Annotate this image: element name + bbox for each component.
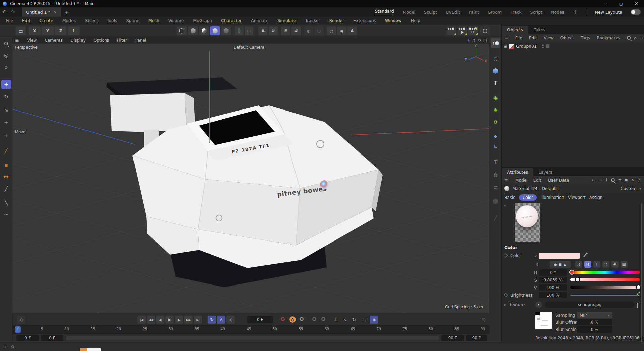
- stamp-tool[interactable]: ▪: [1, 161, 11, 169]
- prev-key-button[interactable]: ◀◀: [147, 316, 155, 324]
- spline-pen-tool[interactable]: ~: [1, 210, 11, 218]
- blur-scale-field[interactable]: 0 %: [577, 326, 612, 333]
- mtab-color[interactable]: Color: [519, 194, 537, 201]
- brightness-value-field[interactable]: 100 %: [539, 292, 567, 298]
- loop-toggle-button[interactable]: ↻: [208, 316, 216, 324]
- axis-modify-tool[interactable]: +: [1, 118, 11, 127]
- mtab-basic[interactable]: Basic: [504, 195, 515, 200]
- menu-modes[interactable]: Modes: [62, 18, 76, 23]
- attr-menu-userdata[interactable]: User Data: [548, 178, 569, 183]
- cube-primitive-button[interactable]: [491, 67, 500, 75]
- attr-menu-mode[interactable]: Mode: [515, 178, 527, 183]
- texture-folder-icon[interactable]: [637, 303, 638, 308]
- record-pla-button[interactable]: ◈: [370, 316, 378, 324]
- home-icon[interactable]: ⌂: [634, 35, 637, 40]
- obj-menu-view[interactable]: View: [544, 35, 554, 40]
- scale-tool[interactable]: ↘: [1, 105, 11, 114]
- goto-end-button[interactable]: ▶|: [194, 316, 202, 324]
- object-tree[interactable]: ⊞ Group001: [502, 42, 644, 167]
- viewport-menu-icon[interactable]: ≡: [15, 38, 19, 43]
- material-preview[interactable]: P2 1B7A TF1: [515, 203, 540, 242]
- key-filter-b-button[interactable]: [321, 317, 325, 321]
- current-frame-field[interactable]: 0 F: [247, 316, 273, 323]
- layout-tab-standard[interactable]: Standard: [375, 9, 394, 15]
- simulation-button[interactable]: ⚙: [491, 118, 500, 126]
- channel-t-button[interactable]: T: [593, 261, 600, 268]
- autokey-button[interactable]: A: [289, 316, 296, 323]
- sampling-dropdown[interactable]: MIP ▾: [577, 312, 612, 318]
- eyedropper-icon[interactable]: [583, 252, 588, 258]
- menu-create[interactable]: Create: [39, 18, 53, 23]
- vp-menu-cameras[interactable]: Cameras: [45, 38, 62, 43]
- tree-row-group001[interactable]: ⊞ Group001: [504, 44, 549, 49]
- make-editable-button[interactable]: [177, 26, 187, 35]
- menu-volume[interactable]: Volume: [168, 18, 184, 23]
- quantize-button[interactable]: #: [291, 26, 301, 35]
- menu-window[interactable]: Window: [385, 18, 401, 23]
- close-button[interactable]: ×: [629, 0, 644, 7]
- v-value-field[interactable]: 100 %: [539, 284, 567, 291]
- visibility-dots[interactable]: [542, 44, 544, 48]
- sphere-generator-button[interactable]: ◉: [491, 93, 500, 102]
- snap-toggle-a-button[interactable]: ◐: [304, 26, 313, 35]
- layout-tab-track[interactable]: Track: [511, 10, 522, 15]
- mtab-viewport[interactable]: Viewport: [568, 195, 586, 200]
- channel-r-button[interactable]: R: [575, 261, 582, 268]
- snap-settings-tool[interactable]: ⚙: [1, 63, 11, 72]
- menu-extensions[interactable]: Extensions: [353, 18, 376, 23]
- layout-tab-uvedit[interactable]: UVEdit: [446, 10, 460, 15]
- scrollbar-thumb[interactable]: [641, 203, 642, 344]
- menu-file[interactable]: File: [6, 18, 13, 23]
- saturation-slider[interactable]: [570, 278, 640, 281]
- refresh-icon[interactable]: ↻: [631, 178, 635, 182]
- status-menu-icon[interactable]: ≡: [3, 344, 6, 349]
- value-slider[interactable]: [570, 286, 640, 289]
- key-filter-a-button[interactable]: [312, 317, 316, 321]
- rotate-tool[interactable]: ↻: [1, 93, 11, 101]
- layout-tab-groom[interactable]: Groom: [488, 10, 502, 15]
- coordinate-system-button[interactable]: ↑: [68, 26, 80, 35]
- edit-hexagon-button[interactable]: [491, 197, 500, 206]
- redirect-object-button[interactable]: ↳: [491, 142, 500, 151]
- keyframe-selection-button[interactable]: [300, 317, 304, 321]
- range-start-field[interactable]: 0 F: [16, 335, 39, 341]
- mograph-cloner-button[interactable]: ♣: [491, 105, 500, 114]
- render-view-button[interactable]: [447, 26, 456, 35]
- brightness-key-icon[interactable]: [504, 293, 508, 297]
- snap-move-button[interactable]: ⇅: [258, 26, 268, 35]
- maximize-button[interactable]: ▢: [613, 0, 629, 7]
- model-mode-button[interactable]: [188, 26, 198, 35]
- picker-style-group[interactable]: ● ■ ▲: [550, 261, 571, 268]
- forward-icon[interactable]: →: [598, 178, 602, 182]
- tab-layers[interactable]: Layers: [533, 168, 558, 176]
- axis-x-button[interactable]: X: [29, 26, 41, 35]
- lock-icon[interactable]: ▣: [624, 178, 628, 182]
- render-picture-viewer-button[interactable]: [458, 26, 467, 35]
- menu-help[interactable]: Help: [411, 18, 420, 23]
- layout-tab-nodes[interactable]: Nodes: [551, 10, 564, 15]
- blur-offset-field[interactable]: 0 %: [577, 319, 612, 325]
- layout-tab-model[interactable]: Model: [403, 10, 416, 15]
- camera-label[interactable]: Default Camera: [234, 45, 264, 50]
- autokey-frame-button[interactable]: A: [347, 26, 357, 35]
- h-value-field[interactable]: 0 °: [539, 269, 567, 276]
- play-button[interactable]: ▶: [165, 316, 174, 324]
- menu-render[interactable]: Render: [329, 18, 344, 23]
- pen-tool[interactable]: ╲: [1, 198, 11, 207]
- mtab-illumination[interactable]: Illumination: [540, 195, 564, 200]
- orbit-view-icon[interactable]: ↻: [478, 38, 481, 43]
- attr-menu-edit[interactable]: Edit: [533, 178, 541, 183]
- spheres-tool[interactable]: ●●: [1, 172, 11, 181]
- texture-thumbnail[interactable]: [535, 312, 552, 329]
- channel-h-button[interactable]: H: [584, 261, 591, 268]
- next-frame-button[interactable]: |▶: [175, 316, 183, 324]
- swatches-icon-button[interactable]: ▦: [621, 261, 628, 268]
- prev-frame-button[interactable]: ◀|: [156, 316, 164, 324]
- obj-menu-bookmarks[interactable]: Bookmarks: [597, 35, 620, 40]
- tab-attributes[interactable]: Attributes: [502, 168, 533, 176]
- texture-mode-button[interactable]: [199, 26, 209, 35]
- dolly-view-icon[interactable]: ↕: [473, 38, 476, 43]
- range-scrollbar[interactable]: [66, 336, 439, 340]
- nav-mode-button[interactable]: ↑: [491, 38, 500, 48]
- axis-y-button[interactable]: Y: [42, 26, 54, 35]
